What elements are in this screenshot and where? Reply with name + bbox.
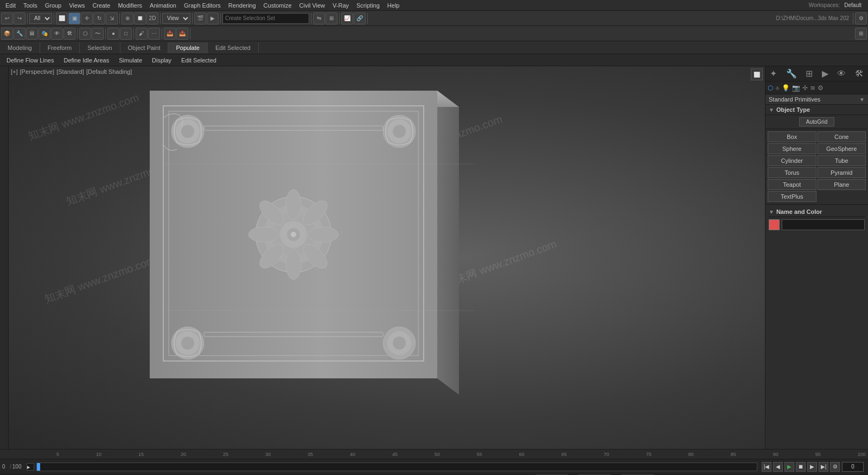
rp-tab-hierarchy[interactable]: ⊞: [803, 66, 815, 81]
display-btn[interactable]: 👁: [51, 28, 63, 40]
hierarchy-btn[interactable]: 🏛: [26, 28, 38, 40]
go-to-start-btn[interactable]: |◀: [762, 462, 771, 472]
prim-tube-btn[interactable]: Tube: [818, 155, 866, 166]
viewport-render-label[interactable]: [Default Shading]: [86, 68, 132, 75]
rp-tab-display[interactable]: 👁: [835, 67, 848, 81]
motion-btn[interactable]: 🎭: [39, 28, 50, 40]
menu-modifiers[interactable]: Modifiers: [114, 1, 145, 10]
scale-btn[interactable]: ⇲: [106, 12, 118, 24]
tab-object-paint[interactable]: Object Paint: [120, 42, 169, 53]
rp-tab-motion[interactable]: ▶: [820, 66, 831, 81]
menu-civil-view[interactable]: Civil View: [296, 1, 328, 10]
sphere-prim-btn[interactable]: ●: [107, 28, 119, 40]
rp-tab-modify[interactable]: 🔧: [784, 66, 799, 81]
rp-icon-systems[interactable]: ⚙: [818, 84, 824, 92]
prim-geosphere-btn[interactable]: GeoSphere: [818, 143, 866, 154]
sec-edit-selected[interactable]: Edit Selected: [177, 56, 221, 65]
ref-coord-btn[interactable]: ⊕: [122, 12, 133, 24]
select-obj-btn[interactable]: ⬜: [56, 12, 68, 24]
sec-display[interactable]: Display: [148, 56, 176, 65]
object-name-input[interactable]: [782, 219, 865, 230]
create-btn[interactable]: 📦: [1, 28, 13, 40]
sec-define-idle[interactable]: Define Idle Areas: [59, 56, 113, 65]
timeline-scrubber[interactable]: [36, 463, 757, 471]
mirror-btn[interactable]: ⇋: [313, 12, 325, 24]
rp-icon-lights[interactable]: 💡: [782, 84, 790, 92]
menu-group[interactable]: Group: [42, 1, 65, 10]
paint-btn[interactable]: 🖌: [136, 28, 148, 40]
utilities-btn[interactable]: 🛠: [63, 28, 75, 40]
menu-rendering[interactable]: Rendering: [225, 1, 259, 10]
std-primitives-dropdown[interactable]: Standard Primitives ▼: [765, 94, 868, 105]
prev-frame-btn[interactable]: ◀: [773, 462, 783, 472]
select-move-btn[interactable]: ✛: [81, 12, 93, 24]
menu-scripting[interactable]: Scripting: [353, 1, 383, 10]
sec-define-flow[interactable]: Define Flow Lines: [2, 56, 58, 65]
scatter-btn[interactable]: ⋯: [148, 28, 160, 40]
menu-vray[interactable]: V-Ray: [329, 1, 352, 10]
modify-btn[interactable]: 🔧: [14, 28, 25, 40]
playback-settings-btn[interactable]: ⚙: [830, 462, 840, 472]
menu-views[interactable]: Views: [66, 1, 88, 10]
snap-btn[interactable]: 🔲: [134, 12, 146, 24]
stop-btn[interactable]: ⏹: [796, 462, 806, 472]
menu-customize[interactable]: Customize: [260, 1, 295, 10]
view-dropdown[interactable]: View: [162, 13, 190, 24]
viewport-shading-label[interactable]: [Standard]: [56, 68, 84, 75]
prim-torus-btn[interactable]: Torus: [768, 167, 816, 178]
autogrid-btn[interactable]: AutoGrid: [799, 117, 834, 126]
menu-help[interactable]: Help: [384, 1, 403, 10]
tab-freeform[interactable]: Freeform: [40, 42, 80, 53]
graph-editor-btn[interactable]: 📈: [341, 12, 353, 24]
menu-animation[interactable]: Animation: [146, 1, 180, 10]
render-active-btn[interactable]: ▶: [207, 12, 219, 24]
prim-plane-btn[interactable]: Plane: [818, 179, 866, 190]
filter-dropdown[interactable]: All: [29, 13, 52, 24]
undo-btn[interactable]: ↩: [1, 12, 13, 24]
settings-btn[interactable]: ⚙: [855, 12, 867, 24]
rp-icon-spacewarps[interactable]: ≋: [810, 84, 815, 92]
menu-create[interactable]: Create: [89, 1, 113, 10]
polygon-btn[interactable]: ⬡: [79, 28, 91, 40]
select-rect-btn[interactable]: ▣: [68, 12, 80, 24]
tab-edit-selected[interactable]: Edit Selected: [208, 42, 259, 53]
menu-tools[interactable]: Tools: [20, 1, 41, 10]
render-scene-btn[interactable]: 🎬: [194, 12, 206, 24]
schematic-btn[interactable]: 🔗: [354, 12, 366, 24]
prim-sphere-btn[interactable]: Sphere: [768, 143, 816, 154]
menu-graph-editors[interactable]: Graph Editors: [181, 1, 224, 10]
rp-tab-create[interactable]: ✦: [768, 66, 779, 81]
prim-cone-btn[interactable]: Cone: [818, 131, 866, 142]
prim-textplus-btn[interactable]: TextPlus: [768, 191, 816, 202]
import-btn[interactable]: 📥: [164, 28, 176, 40]
selection-set-input[interactable]: [222, 13, 309, 24]
viewport[interactable]: [+] [Perspective] [Standard] [Default Sh…: [9, 66, 765, 449]
viewport-perspective-label[interactable]: [Perspective]: [20, 68, 55, 75]
tab-populate[interactable]: Populate: [168, 42, 207, 53]
rp-icon-cameras[interactable]: 📷: [792, 84, 800, 92]
redo-btn[interactable]: ↪: [14, 12, 25, 24]
color-swatch[interactable]: [769, 219, 780, 230]
align-btn[interactable]: ⊞: [326, 12, 337, 24]
viewport-plus-btn[interactable]: [+]: [11, 68, 18, 75]
export-btn[interactable]: 📤: [176, 28, 188, 40]
rp-icon-shapes[interactable]: ⟡: [775, 84, 780, 92]
rp-icon-helpers[interactable]: ✢: [802, 84, 808, 92]
tab-selection[interactable]: Selection: [80, 42, 120, 53]
sec-simulate[interactable]: Simulate: [114, 56, 146, 65]
viewport-render-btn[interactable]: ⬜: [751, 68, 763, 80]
spline-btn[interactable]: 〜: [92, 28, 104, 40]
current-frame-input[interactable]: [842, 462, 864, 472]
prim-cylinder-btn[interactable]: Cylinder: [768, 155, 816, 166]
tab-modeling[interactable]: Modeling: [0, 42, 40, 53]
play-btn[interactable]: ▶: [784, 462, 794, 472]
name-color-header[interactable]: ▼ Name and Color: [769, 207, 865, 217]
prim-teapot-btn[interactable]: Teapot: [768, 179, 816, 190]
menu-edit[interactable]: Edit: [2, 1, 19, 10]
rotate-btn[interactable]: ↻: [93, 12, 105, 24]
prim-box-btn[interactable]: Box: [768, 131, 816, 142]
rp-tab-utilities[interactable]: 🛠: [853, 67, 866, 81]
rp-icon-geometry[interactable]: ⬡: [768, 84, 773, 92]
prim-pyramid-btn[interactable]: Pyramid: [818, 167, 866, 178]
object-type-header[interactable]: ▼ Object Type: [765, 105, 868, 115]
